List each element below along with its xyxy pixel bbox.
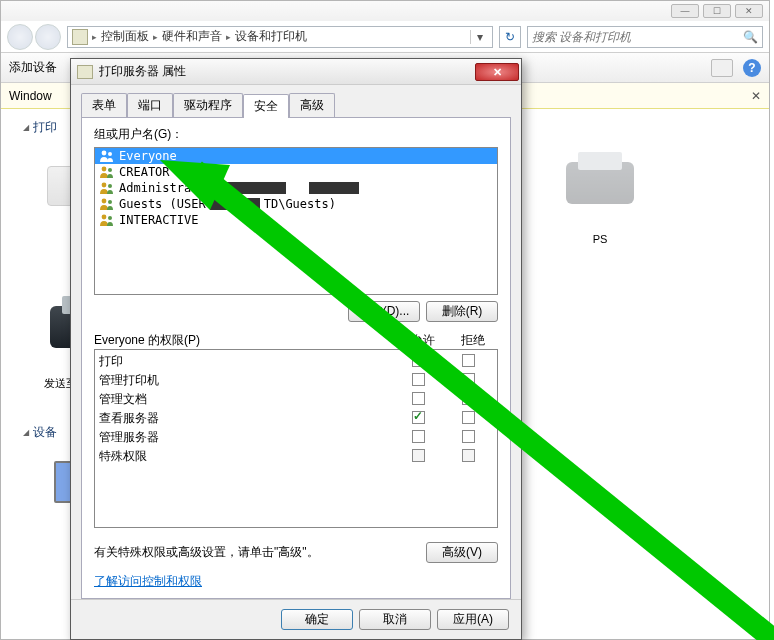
group-users-label: 组或用户名(G)： — [94, 126, 498, 143]
help-icon[interactable]: ? — [743, 59, 761, 77]
section-label: 设备 — [33, 424, 57, 441]
info-bar-text: Window — [9, 89, 52, 103]
dialog-footer: 确定 取消 应用(A) — [71, 599, 521, 639]
device-label: PS — [555, 232, 645, 246]
deny-checkbox[interactable] — [462, 373, 475, 386]
permission-name: 管理服务器 — [99, 429, 393, 446]
printer-icon — [77, 65, 93, 79]
nav-back-button[interactable] — [7, 24, 33, 50]
permission-row: 打印 — [95, 352, 497, 371]
window-titlebar: — ☐ ✕ — [1, 1, 769, 21]
svg-point-3 — [108, 168, 112, 172]
address-dropdown[interactable]: ▾ — [470, 30, 488, 44]
allow-checkbox[interactable] — [412, 430, 425, 443]
print-server-properties-dialog: 打印服务器 属性 ✕ 表单 端口 驱动程序 安全 高级 组或用户名(G)： Ev… — [70, 58, 522, 640]
svg-point-2 — [102, 167, 107, 172]
list-item-user[interactable]: Administrators — [95, 180, 497, 196]
svg-point-5 — [108, 184, 112, 188]
allow-checkbox[interactable] — [412, 373, 425, 386]
svg-point-6 — [102, 199, 107, 204]
permission-name: 管理文档 — [99, 391, 393, 408]
deny-checkbox[interactable] — [462, 354, 475, 367]
tab-forms[interactable]: 表单 — [81, 93, 127, 117]
permission-name: 管理打印机 — [99, 372, 393, 389]
tab-ports[interactable]: 端口 — [127, 93, 173, 117]
list-item-user[interactable]: CREATOR OWNER — [95, 164, 497, 180]
svg-point-1 — [108, 152, 112, 156]
deny-checkbox — [462, 449, 475, 462]
tab-drivers[interactable]: 驱动程序 — [173, 93, 243, 117]
address-bar[interactable]: ▸ 控制面板 ▸ 硬件和声音 ▸ 设备和打印机 ▾ — [67, 26, 493, 48]
search-input[interactable] — [532, 30, 743, 44]
allow-checkbox — [412, 449, 425, 462]
dialog-close-button[interactable]: ✕ — [475, 63, 519, 81]
tab-advanced[interactable]: 高级 — [289, 93, 335, 117]
svg-point-4 — [102, 183, 107, 188]
permission-row: 特殊权限 — [95, 447, 497, 466]
advanced-button[interactable]: 高级(V) — [426, 542, 498, 563]
add-button[interactable]: 添加(D)... — [348, 301, 420, 322]
info-bar-close[interactable]: ✕ — [751, 89, 761, 103]
view-options-button[interactable] — [711, 59, 733, 77]
cancel-button[interactable]: 取消 — [359, 609, 431, 630]
tab-security[interactable]: 安全 — [243, 94, 289, 118]
nav-forward-button[interactable] — [35, 24, 61, 50]
dialog-title: 打印服务器 属性 — [99, 63, 186, 80]
svg-point-0 — [102, 151, 107, 156]
maximize-button[interactable]: ☐ — [703, 4, 731, 18]
address-icon — [72, 29, 88, 45]
permission-name: 打印 — [99, 353, 393, 370]
minimize-button[interactable]: — — [671, 4, 699, 18]
collapse-triangle-icon: ◢ — [23, 428, 29, 437]
search-box[interactable]: 🔍 — [527, 26, 763, 48]
breadcrumb-segment[interactable]: 设备和打印机 — [235, 28, 307, 45]
apply-button[interactable]: 应用(A) — [437, 609, 509, 630]
permission-name: 查看服务器 — [99, 410, 393, 427]
deny-checkbox[interactable] — [462, 392, 475, 405]
column-allow: 允许 — [398, 332, 448, 349]
svg-point-7 — [108, 200, 112, 204]
allow-checkbox[interactable] — [412, 392, 425, 405]
deny-checkbox[interactable] — [462, 430, 475, 443]
breadcrumb-segment[interactable]: 硬件和声音 — [162, 28, 222, 45]
permission-name: 特殊权限 — [99, 448, 393, 465]
breadcrumb-segment[interactable]: 控制面板 — [101, 28, 149, 45]
refresh-button[interactable]: ↻ — [499, 26, 521, 48]
permission-row: 查看服务器 — [95, 409, 497, 428]
list-item-user[interactable]: Guests (USERTD\Guests) — [95, 196, 497, 212]
permission-row: 管理文档 — [95, 390, 497, 409]
column-deny: 拒绝 — [448, 332, 498, 349]
list-item-user[interactable]: INTERACTIVE — [95, 212, 497, 228]
dialog-titlebar[interactable]: 打印服务器 属性 ✕ — [71, 59, 521, 85]
window-close-button[interactable]: ✕ — [735, 4, 763, 18]
svg-point-9 — [108, 216, 112, 220]
nav-row: ▸ 控制面板 ▸ 硬件和声音 ▸ 设备和打印机 ▾ ↻ 🔍 — [1, 21, 769, 53]
advanced-hint-text: 有关特殊权限或高级设置，请单击"高级"。 — [94, 544, 416, 561]
permissions-label: Everyone 的权限(P) — [94, 332, 398, 349]
ok-button[interactable]: 确定 — [281, 609, 353, 630]
collapse-triangle-icon: ◢ — [23, 123, 29, 132]
users-listbox[interactable]: EveryoneCREATOR OWNERAdministrators Gues… — [94, 147, 498, 295]
svg-point-8 — [102, 215, 107, 220]
chevron-right-icon: ▸ — [153, 32, 158, 42]
toolbar-add-device[interactable]: 添加设备 — [9, 59, 57, 76]
tab-strip: 表单 端口 驱动程序 安全 高级 — [81, 93, 511, 118]
deny-checkbox[interactable] — [462, 411, 475, 424]
chevron-right-icon: ▸ — [226, 32, 231, 42]
permission-row: 管理打印机 — [95, 371, 497, 390]
permissions-list: 打印管理打印机管理文档查看服务器管理服务器特殊权限 — [94, 349, 498, 528]
search-icon: 🔍 — [743, 30, 758, 44]
allow-checkbox[interactable] — [412, 354, 425, 367]
learn-more-link[interactable]: 了解访问控制和权限 — [94, 573, 498, 590]
permission-row: 管理服务器 — [95, 428, 497, 447]
allow-checkbox[interactable] — [412, 411, 425, 424]
device-ps[interactable]: PS — [555, 148, 645, 246]
list-item-user[interactable]: Everyone — [95, 148, 497, 164]
remove-button[interactable]: 删除(R) — [426, 301, 498, 322]
section-label: 打印 — [33, 119, 57, 136]
chevron-right-icon: ▸ — [92, 32, 97, 42]
